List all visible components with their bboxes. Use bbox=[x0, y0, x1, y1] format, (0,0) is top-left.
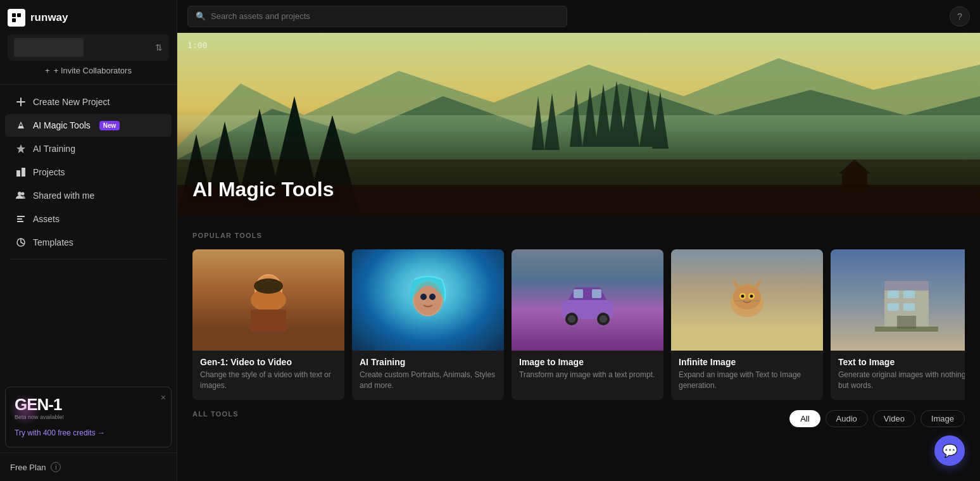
chat-icon: 💬 bbox=[942, 443, 958, 458]
sidebar: runway ⇅ + + Invite Collaborators Create… bbox=[0, 0, 177, 481]
filter-btn-image[interactable]: Image bbox=[920, 410, 965, 427]
search-input[interactable] bbox=[211, 11, 559, 21]
tool-card-infinite-image[interactable]: Infinite Image Expand an image with Text… bbox=[671, 249, 823, 400]
svg-point-53 bbox=[733, 284, 761, 309]
tool-thumb-infinite-image bbox=[671, 249, 823, 351]
gen1-logo-wrapper: GEN-1 Beta now available! bbox=[15, 396, 162, 420]
popular-tools-label: POPULAR TOOLS bbox=[192, 232, 965, 239]
main-content: 🔍 ? bbox=[177, 0, 980, 481]
logo-icon bbox=[8, 9, 25, 27]
tool-name-txt2img: Text to Image bbox=[838, 357, 965, 367]
nav-divider bbox=[10, 259, 166, 259]
svg-rect-67 bbox=[875, 327, 938, 332]
svg-rect-2 bbox=[12, 18, 16, 22]
tool-thumb-img2img bbox=[512, 249, 663, 351]
chat-support-button[interactable]: 💬 bbox=[934, 435, 965, 466]
svg-rect-4 bbox=[16, 101, 25, 103]
tool-info-gen1: Gen-1: Video to Video Change the style o… bbox=[192, 351, 344, 400]
info-icon: i bbox=[51, 462, 61, 472]
svg-rect-39 bbox=[251, 309, 286, 332]
svg-rect-63 bbox=[903, 290, 915, 298]
svg-point-51 bbox=[600, 315, 607, 323]
topbar: 🔍 ? bbox=[177, 0, 980, 33]
svg-rect-61 bbox=[884, 281, 929, 290]
tool-card-gen1[interactable]: Gen-1: Video to Video Change the style o… bbox=[192, 249, 344, 400]
logo-row: runway bbox=[8, 9, 169, 27]
svg-marker-55 bbox=[755, 278, 762, 287]
all-tools-header: ALL TOOLS AllAudioVideoImage bbox=[192, 410, 965, 428]
hero-timestamp: 1:00 bbox=[187, 41, 207, 50]
new-badge-ai-magic-tools: New bbox=[99, 121, 120, 130]
sidebar-item-assets[interactable]: Assets bbox=[5, 208, 172, 230]
filter-btn-video[interactable]: Video bbox=[873, 410, 915, 427]
tool-thumb-ai-training bbox=[352, 249, 504, 351]
svg-point-59 bbox=[750, 295, 753, 298]
svg-point-58 bbox=[741, 295, 744, 298]
tool-desc-img2img: Transform any image with a text prompt. bbox=[519, 370, 656, 380]
gen1-cta-link[interactable]: Try with 400 free credits → bbox=[15, 428, 105, 437]
svg-rect-1 bbox=[17, 13, 21, 17]
tool-desc-ai-training: Create custom Portraits, Animals, Styles… bbox=[360, 370, 496, 391]
tool-desc-gen1: Change the style of a video with text or… bbox=[200, 370, 337, 391]
templates-icon bbox=[15, 237, 27, 248]
invite-collaborators-button[interactable]: + + Invite Collaborators bbox=[8, 61, 169, 78]
sidebar-item-shared-with-me[interactable]: Shared with me bbox=[5, 184, 172, 207]
tool-info-img2img: Image to Image Transform any image with … bbox=[512, 351, 663, 389]
tools-grid: Gen-1: Video to Video Change the style o… bbox=[192, 249, 965, 400]
sidebar-item-ai-magic-tools[interactable]: AI Magic Tools New bbox=[5, 114, 172, 137]
hero-banner: 1:00 AI Magic Tools bbox=[177, 33, 980, 216]
svg-point-8 bbox=[22, 192, 25, 196]
free-plan-section[interactable]: Free Plan i bbox=[0, 453, 177, 481]
tool-name-gen1: Gen-1: Video to Video bbox=[200, 357, 337, 367]
tool-thumb-gen1 bbox=[192, 249, 344, 351]
hero-overlay bbox=[177, 128, 980, 216]
help-icon: ? bbox=[957, 11, 962, 22]
filter-btn-audio[interactable]: Audio bbox=[826, 410, 868, 427]
svg-marker-54 bbox=[732, 278, 739, 287]
nav-label-ai-training: AI Training bbox=[33, 144, 75, 154]
tool-card-txt2img[interactable]: Text to Image Generate original images w… bbox=[831, 249, 965, 400]
nav-label-assets: Assets bbox=[33, 214, 60, 224]
tool-name-img2img: Image to Image bbox=[519, 357, 656, 367]
free-plan-label: Free Plan bbox=[10, 463, 46, 472]
svg-rect-47 bbox=[592, 289, 601, 298]
sidebar-item-projects[interactable]: Projects bbox=[5, 161, 172, 184]
tool-desc-infinite-image: Expand an image with Text to Image gener… bbox=[679, 370, 815, 391]
sidebar-item-templates[interactable]: Templates bbox=[5, 231, 172, 254]
all-tools-label: ALL TOOLS bbox=[192, 410, 239, 418]
tool-info-txt2img: Text to Image Generate original images w… bbox=[831, 351, 965, 400]
nav-label-ai-magic-tools: AI Magic Tools bbox=[33, 120, 91, 130]
search-bar[interactable]: 🔍 bbox=[187, 6, 567, 27]
tool-card-img2img[interactable]: Image to Image Transform any image with … bbox=[512, 249, 663, 400]
svg-rect-65 bbox=[903, 303, 915, 311]
tool-info-ai-training: AI Training Create custom Portraits, Ani… bbox=[352, 351, 504, 400]
projects-icon bbox=[15, 166, 27, 178]
help-button[interactable]: ? bbox=[950, 6, 970, 27]
assets-icon bbox=[15, 213, 27, 225]
tool-card-ai-training[interactable]: AI Training Create custom Portraits, Ani… bbox=[352, 249, 504, 400]
svg-point-40 bbox=[254, 278, 283, 294]
tool-name-infinite-image: Infinite Image bbox=[679, 357, 815, 367]
sidebar-header: runway ⇅ + + Invite Collaborators bbox=[0, 0, 177, 85]
tool-desc-txt2img: Generate original images with nothing bu… bbox=[838, 370, 965, 391]
sidebar-item-create-project[interactable]: Create New Project bbox=[5, 91, 172, 113]
svg-rect-5 bbox=[16, 170, 20, 177]
workspace-selector[interactable]: ⇅ bbox=[8, 34, 169, 61]
filter-btn-all[interactable]: All bbox=[789, 410, 820, 427]
sidebar-item-ai-training[interactable]: AI Training bbox=[5, 137, 172, 160]
svg-point-49 bbox=[568, 315, 575, 323]
search-icon: 🔍 bbox=[196, 11, 206, 21]
hero-title-block: AI Magic Tools bbox=[192, 178, 334, 201]
nav-label-templates: Templates bbox=[33, 237, 73, 247]
svg-point-7 bbox=[18, 192, 22, 196]
svg-rect-46 bbox=[574, 289, 583, 298]
svg-rect-62 bbox=[888, 290, 899, 298]
gen1-promo-banner: × GEN-1 Beta now available! Try with 400… bbox=[5, 387, 172, 447]
content-scroll[interactable]: 1:00 AI Magic Tools POPULAR TOOLS Gen-1:… bbox=[177, 33, 980, 481]
tool-info-infinite-image: Infinite Image Expand an image with Text… bbox=[671, 351, 823, 400]
nav-label-projects: Projects bbox=[33, 167, 65, 177]
topbar-right: ? bbox=[950, 6, 970, 27]
filter-buttons: AllAudioVideoImage bbox=[789, 410, 965, 427]
svg-rect-0 bbox=[12, 13, 16, 17]
ai-training-icon bbox=[15, 143, 27, 154]
